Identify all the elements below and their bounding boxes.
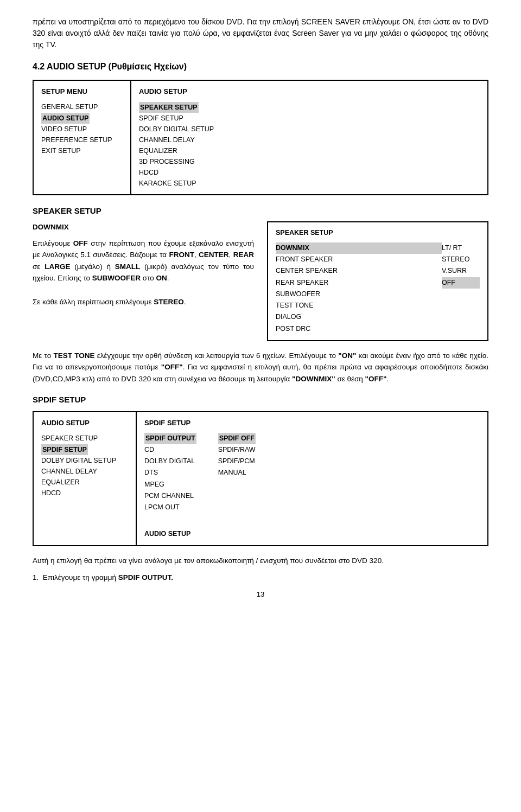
speaker-setup-text: DOWNMIX Επιλέγουμε OFF στην περίπτωση πο… (33, 221, 254, 341)
menu-item-exit: EXIT SETUP (41, 145, 123, 156)
spdif-left-dolby: DOLBY DIGITAL SETUP (41, 455, 128, 466)
spdif-off-item: SPDIF OFF (218, 433, 256, 444)
menu-item-video: VIDEO SETUP (41, 124, 123, 135)
spdif-pcm-item: PCM CHANNEL (144, 490, 196, 502)
audio-item-hdcd: HDCD (139, 167, 480, 178)
speaker-label-postdrc: POST DRC (276, 323, 442, 335)
speaker-value-center: V.SURR (442, 265, 480, 277)
speaker-row-dialog: DIALOG (276, 311, 480, 323)
menu-item-general: GENERAL SETUP (41, 101, 123, 112)
audio-item-3d: 3D PROCESSING (139, 156, 480, 167)
spdif-col1: SPDIF OUTPUT CD DOLBY DIGITAL DTS MPEG P… (144, 433, 196, 540)
intro-paragraph: πρέπει να υποστηρίζεται από το περιεχόμε… (33, 16, 488, 50)
spdif-dolby-item: DOLBY DIGITAL (144, 456, 196, 467)
spdif-dts-item: DTS (144, 467, 196, 478)
spdif-left-col: AUDIO SETUP SPEAKER SETUP SPDIF SETUP DO… (34, 412, 137, 545)
audio-item-channel: CHANNEL DELAY (139, 135, 480, 145)
speaker-value-postdrc (442, 323, 480, 335)
spdif-right-content: SPDIF OUTPUT CD DOLBY DIGITAL DTS MPEG P… (144, 433, 480, 540)
spdif-section-title: SPDIF SETUP (33, 394, 488, 406)
spdif-cd-item: CD (144, 444, 196, 456)
audio-item-karaoke: KARAOKE SETUP (139, 178, 480, 189)
spdif-mpeg-item: MPEG (144, 479, 196, 490)
speaker-label-dialog: DIALOG (276, 311, 442, 323)
spdif-left-speaker: SPEAKER SETUP (41, 433, 128, 444)
speaker-value-subwoofer (442, 289, 480, 300)
spdif-audio-label: AUDIO SETUP (144, 528, 196, 540)
spdif-right-title: SPDIF SETUP (144, 418, 480, 429)
speaker-box-col: SPEAKER SETUP DOWNMIX LT/ RT FRONT SPEAK… (267, 221, 488, 341)
audio-item-equalizer: EQUALIZER (139, 145, 480, 156)
audio-setup-title: AUDIO SETUP (139, 86, 480, 97)
speaker-row-postdrc: POST DRC (276, 323, 480, 335)
audio-item-speaker: SPEAKER SETUP (139, 102, 199, 113)
test-tone-paragraph: Με το TEST TONE ελέγχουμε την ορθή σύνδε… (33, 350, 488, 385)
speaker-setup-box: SPEAKER SETUP DOWNMIX LT/ RT FRONT SPEAK… (267, 221, 488, 341)
spdif-left-equalizer: EQUALIZER (41, 477, 128, 488)
audio-item-dolby: DOLBY DIGITAL SETUP (139, 124, 480, 135)
speaker-setup-title: SPEAKER SETUP (33, 205, 488, 218)
speaker-row-front: FRONT SPEAKER STEREO (276, 254, 480, 265)
spdif-lpcm-item: LPCM OUT (144, 502, 196, 513)
spdif-left-spdif: SPDIF SETUP (41, 444, 88, 455)
speaker-value-downmix: LT/ RT (442, 242, 480, 254)
menu-item-audio: AUDIO SETUP (41, 113, 90, 124)
spdif-raw-item: SPDIF/RAW (218, 444, 256, 456)
speaker-row-rear: REAR SPEAKER OFF (276, 277, 480, 289)
setup-menu-title: SETUP MENU (41, 86, 123, 97)
speaker-label-rear: REAR SPEAKER (276, 277, 442, 289)
speaker-label-center: CENTER SPEAKER (276, 265, 442, 277)
setup-menu-col: SETUP MENU GENERAL SETUP AUDIO SETUP VID… (34, 81, 131, 194)
audio-setup-menu-table: SETUP MENU GENERAL SETUP AUDIO SETUP VID… (33, 80, 488, 195)
audio-item-spdif: SPDIF SETUP (139, 113, 480, 124)
bottom-list-1: 1. Επιλέγουμε τη γραμμή SPDIF OUTPUT. (33, 572, 488, 584)
speaker-label-subwoofer: SUBWOOFER (276, 289, 442, 300)
speaker-row-subwoofer: SUBWOOFER (276, 289, 480, 300)
spdif-left-channel: CHANNEL DELAY (41, 466, 128, 477)
speaker-value-test (442, 300, 480, 311)
speaker-setup-layout: DOWNMIX Επιλέγουμε OFF στην περίπτωση πο… (33, 221, 488, 341)
speaker-label-downmix: DOWNMIX (276, 242, 442, 254)
spdif-output-item: SPDIF OUTPUT (144, 433, 196, 444)
speaker-value-front: STEREO (442, 254, 480, 265)
audio-setup-col: AUDIO SETUP SPEAKER SETUP SPDIF SETUP DO… (131, 81, 487, 194)
spdif-menu-table: AUDIO SETUP SPEAKER SETUP SPDIF SETUP DO… (33, 411, 488, 546)
spdif-pcm2-item: SPDIF/PCM (218, 456, 256, 467)
spdif-manual-item: MANUAL (218, 467, 256, 478)
speaker-value-rear: OFF (442, 277, 480, 289)
page-number: 13 (33, 589, 488, 600)
spdif-left-title: AUDIO SETUP (41, 418, 128, 429)
speaker-row-downmix: DOWNMIX LT/ RT (276, 242, 480, 254)
bottom-text-1: Αυτή η επιλογή θα πρέπει να γίνει ανάλογ… (33, 555, 488, 567)
spdif-right-col: SPDIF SETUP SPDIF OUTPUT CD DOLBY DIGITA… (137, 412, 487, 545)
spdif-left-hdcd: HDCD (41, 488, 128, 498)
speaker-para2: Σε κάθε άλλη περίπτωση επιλέγουμε STEREO… (33, 296, 254, 308)
menu-item-preference: PREFERENCE SETUP (41, 135, 123, 145)
speaker-row-test: TEST TONE (276, 300, 480, 311)
speaker-label-test: TEST TONE (276, 300, 442, 311)
speaker-value-dialog (442, 311, 480, 323)
speaker-label-front: FRONT SPEAKER (276, 254, 442, 265)
spdif-col2: SPDIF OFF SPDIF/RAW SPDIF/PCM MANUAL (218, 433, 256, 540)
speaker-para1: Επιλέγουμε OFF στην περίπτωση που έχουμε… (33, 238, 254, 284)
downmix-label: DOWNMIX (33, 221, 254, 233)
section-42-title: 4.2 AUDIO SETUP (Ρυθμίσεις Ηχείων) (33, 60, 488, 73)
speaker-box-title: SPEAKER SETUP (276, 228, 480, 238)
speaker-row-center: CENTER SPEAKER V.SURR (276, 265, 480, 277)
